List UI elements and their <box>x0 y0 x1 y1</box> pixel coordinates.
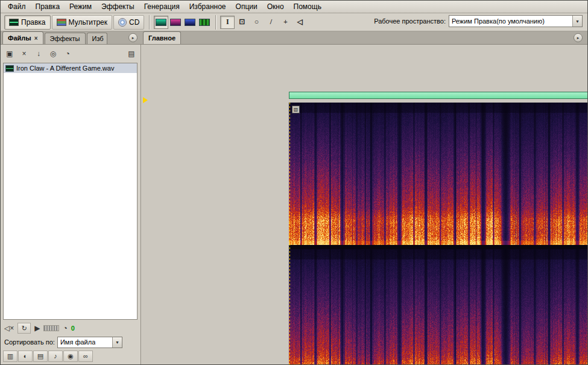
file-row[interactable]: Iron Claw - A Different Game.wav <box>4 63 137 73</box>
menu-items: ФайлПравкаРежимЭффектыГенерацияИзбранное… <box>3 1 326 12</box>
editor-panel: ▧ ▨ Hz2000018000160001400012000100008000… <box>142 45 587 364</box>
spectral-frequency-view-button[interactable] <box>168 16 183 29</box>
menu-item[interactable]: Файл <box>3 1 31 12</box>
sort-value: Имя файла <box>60 338 95 346</box>
menu-item[interactable]: Окно <box>262 1 289 12</box>
edit-view-button[interactable]: Правка <box>4 15 51 30</box>
waveform-spectral-view-icon <box>156 19 166 26</box>
toolbar-separator <box>149 15 150 30</box>
audio-file-icon <box>5 65 14 72</box>
show-video-files-button[interactable]: ▤ <box>33 351 48 362</box>
files-panel: ▣×↓◎◔ ▤ Iron Claw - A Different Game.wav… <box>1 45 141 364</box>
record-timer-button[interactable]: ◔ <box>60 48 75 60</box>
multitrack-view-label: Мультитрек <box>69 18 107 27</box>
files-toolbar: ▣×↓◎◔ ▤ <box>2 46 139 61</box>
show-loop-files-button[interactable]: ◐ <box>18 351 33 362</box>
spectral-phase-view-icon <box>199 19 210 26</box>
insert-into-cd-button[interactable]: ◎ <box>46 48 60 60</box>
zoom-navigator[interactable] <box>289 92 588 99</box>
edit-view-label: Правка <box>21 18 46 27</box>
tab-files-label: Файлы <box>8 34 31 42</box>
playhead-marker-top[interactable] <box>143 97 148 103</box>
workspace-label: Рабочее пространство: <box>374 17 446 25</box>
show-midi-files-button[interactable]: ♪ <box>48 351 63 362</box>
chevron-down-icon[interactable]: ▼ <box>572 16 582 27</box>
multitrack-view-button[interactable]: Мультитрек <box>52 15 112 30</box>
time-selection-tool[interactable]: I <box>220 16 235 29</box>
spot-healing-tool[interactable]: + <box>278 16 292 29</box>
spectrogram-canvas[interactable] <box>289 103 588 365</box>
tool-buttons: I⊡○/+◁ <box>220 16 307 29</box>
spectral-pan-view-icon <box>185 19 195 26</box>
tab-effects-label: Эффекты <box>50 35 80 42</box>
tab-favorites-label: Изб <box>92 35 104 42</box>
toolbar-separator <box>215 15 217 30</box>
spectral-phase-view-button[interactable] <box>197 16 212 29</box>
play-icon[interactable]: ▶ <box>34 324 40 332</box>
effects-paintbrush-tool[interactable]: / <box>264 16 278 29</box>
tab-favorites[interactable]: Изб <box>87 33 107 44</box>
left-panel-tabs: Файлы×ЭффектыИзб ▸ <box>1 31 141 45</box>
main-panel-tabs: Главное ▸ <box>141 31 587 45</box>
sort-select[interactable]: Имя файла ▼ <box>57 337 122 348</box>
close-icon[interactable]: × <box>34 35 38 42</box>
spectral-display[interactable]: ▧ ▨ <box>289 103 588 365</box>
menu-bar: ФайлПравкаРежимЭффектыГенерацияИзбранное… <box>1 1 587 13</box>
menu-item[interactable]: Помощь <box>289 1 326 12</box>
menu-item[interactable]: Генерация <box>139 1 185 12</box>
file-type-filter-buttons: ▥◐▤♪◉∞ <box>3 350 93 362</box>
filter-files-button[interactable]: ◉ <box>63 351 78 362</box>
menu-item[interactable]: Правка <box>31 1 65 12</box>
tab-main[interactable]: Главное <box>143 31 181 44</box>
panel-menu-icon[interactable]: ▸ <box>574 33 583 42</box>
preview-transport: ◁× ↻ ▶ ◔ 0 <box>4 322 75 334</box>
sort-label: Сортировать по: <box>4 338 55 346</box>
cd-icon <box>118 18 127 27</box>
workspace-value: Режим Правка(по умолчанию) <box>452 17 545 25</box>
chevron-down-icon[interactable]: ▼ <box>112 337 122 348</box>
level-meter <box>43 325 59 331</box>
menu-item[interactable]: Опции <box>231 1 262 12</box>
tab-main-label: Главное <box>148 34 175 42</box>
app-window: ФайлПравкаРежимЭффектыГенерацияИзбранное… <box>0 0 588 365</box>
tab-effects[interactable]: Эффекты <box>45 33 86 44</box>
left-tabs: Файлы×ЭффектыИзб <box>2 31 109 44</box>
import-file-button[interactable]: ▣ <box>2 48 17 60</box>
workspace-selector: Рабочее пространство: Режим Правка(по ум… <box>374 15 583 27</box>
file-name: Iron Claw - A Different Game.wav <box>16 65 114 72</box>
time-counter: 0 <box>71 325 75 332</box>
loop-play-button[interactable]: ↻ <box>17 323 31 334</box>
spectral-pan-view-button[interactable] <box>183 16 197 29</box>
sort-row: Сортировать по: Имя файла ▼ <box>4 336 122 348</box>
cd-view-label: CD <box>129 18 139 27</box>
link-options-button[interactable]: ∞ <box>78 351 93 362</box>
panel-menu-icon[interactable]: ▸ <box>128 33 138 42</box>
multitrack-icon <box>57 19 66 26</box>
mute-icon[interactable]: ◁× <box>4 324 14 332</box>
lasso-selection-tool[interactable]: ○ <box>249 16 264 29</box>
view-mode-buttons <box>154 16 212 29</box>
scrub-tool[interactable]: ◁ <box>292 16 307 29</box>
close-file-button[interactable]: × <box>17 48 31 60</box>
left-channel-badge-icon[interactable]: ▧ <box>292 106 300 113</box>
waveform-spectral-view-button[interactable] <box>154 16 168 29</box>
show-audio-files-button[interactable]: ▥ <box>3 351 17 362</box>
clock-icon[interactable]: ◔ <box>63 324 67 332</box>
menu-item[interactable]: Эффекты <box>96 1 139 12</box>
cd-view-button[interactable]: CD <box>113 15 144 30</box>
marquee-selection-tool[interactable]: ⊡ <box>235 16 249 29</box>
panel-options-icon: ▤ <box>128 49 134 58</box>
panel-options-button[interactable]: ▤ <box>124 48 139 60</box>
menu-item[interactable]: Избранное <box>185 1 231 12</box>
spectral-frequency-view-icon <box>170 19 181 26</box>
waveform-icon <box>9 19 19 26</box>
tab-files[interactable]: Файлы× <box>2 31 43 44</box>
workspace-select[interactable]: Режим Правка(по умолчанию) ▼ <box>449 15 583 27</box>
files-toolbar-icons: ▣×↓◎◔ <box>2 48 75 60</box>
file-list[interactable]: Iron Claw - A Different Game.wav <box>3 63 138 320</box>
insert-into-multitrack-button[interactable]: ↓ <box>31 48 46 60</box>
menu-item[interactable]: Режим <box>65 1 96 12</box>
